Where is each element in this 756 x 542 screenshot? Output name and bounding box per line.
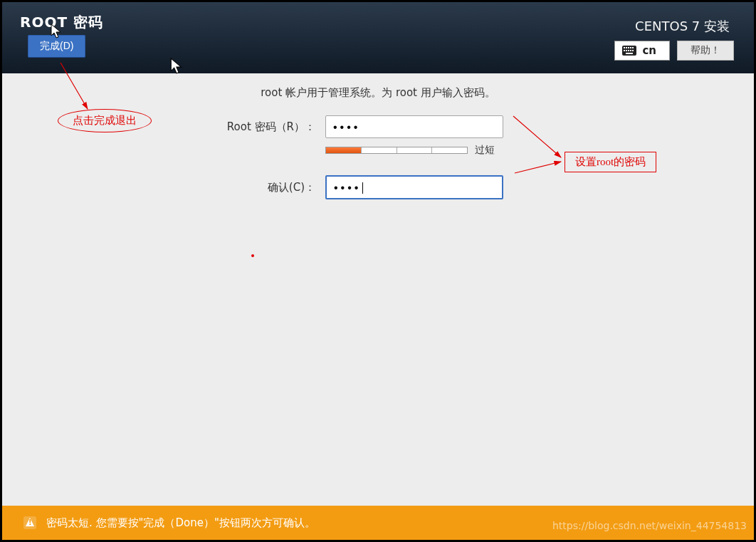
header-bar: ROOT 密码 完成(D) CENTOS 7 安装 cn 帮助！ (2, 2, 754, 73)
svg-rect-2 (626, 47, 627, 48)
watermark-text: https://blog.csdn.net/weixin_44754813 (552, 520, 747, 531)
svg-rect-9 (630, 50, 631, 51)
svg-rect-8 (628, 50, 629, 51)
password-strength-label: 过短 (475, 144, 495, 157)
confirm-password-input[interactable]: •••• (325, 175, 503, 199)
help-button[interactable]: 帮助！ (677, 41, 734, 61)
confirm-label: 确认(C)： (2, 181, 315, 194)
warning-icon (23, 516, 36, 529)
svg-rect-11 (626, 53, 633, 54)
keyboard-icon (622, 46, 636, 56)
svg-rect-1 (624, 47, 625, 48)
svg-rect-6 (624, 50, 625, 51)
warning-text: 密码太短. 您需要按"完成（Done）"按钮两次方可确认。 (46, 516, 315, 530)
warning-bar: 密码太短. 您需要按"完成（Done）"按钮两次方可确认。 https://bl… (2, 506, 754, 540)
keyboard-layout-selector[interactable]: cn (614, 41, 670, 61)
svg-rect-3 (628, 47, 629, 48)
svg-rect-4 (630, 47, 631, 48)
page-title: ROOT 密码 (20, 13, 103, 32)
svg-rect-5 (632, 47, 634, 48)
svg-rect-10 (632, 50, 634, 51)
annotation-right: 设置root的密码 (565, 152, 656, 172)
confirm-masked-value: •••• (334, 182, 361, 194)
annotation-dot (251, 254, 254, 257)
password-label: Root 密码（R）： (2, 120, 315, 134)
done-button[interactable]: 完成(D) (28, 35, 85, 58)
content-area: root 帐户用于管理系统。为 root 用户输入密码。 Root 密码（R）：… (2, 73, 754, 506)
svg-rect-7 (626, 50, 627, 51)
keyboard-layout-label: cn (642, 44, 656, 57)
installer-title: CENTOS 7 安装 (635, 18, 730, 35)
description-text: root 帐户用于管理系统。为 root 用户输入密码。 (2, 86, 754, 100)
root-password-input[interactable]: •••• (325, 115, 503, 138)
annotation-left: 点击完成退出 (58, 109, 152, 132)
password-strength-meter (325, 147, 468, 154)
password-masked-value: •••• (333, 121, 360, 133)
